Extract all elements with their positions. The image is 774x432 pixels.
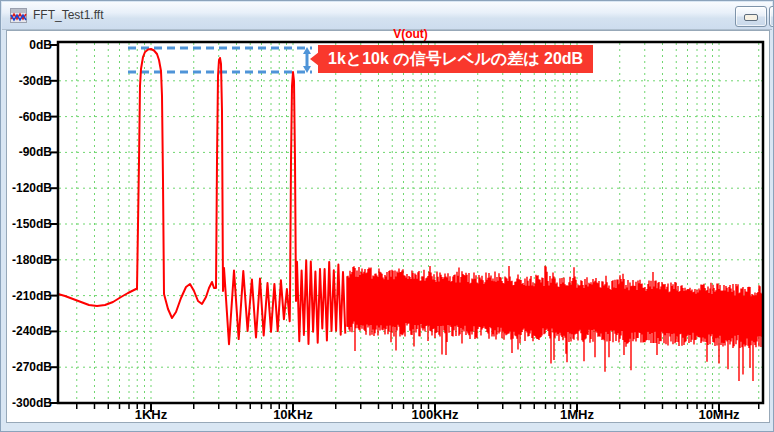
level-difference-annotation: 1kと10k の信号レベルの差は 20dB (318, 45, 593, 73)
fft-plot-window: FFT_Test1.fft V(out) 0dB -30dB -60dB -90… (0, 0, 774, 432)
annotation-text: 1kと10k の信号レベルの差は 20dB (328, 49, 583, 70)
fft-trace (58, 49, 762, 381)
callout-pointer-icon (310, 52, 319, 66)
axis-ticks (50, 45, 759, 412)
